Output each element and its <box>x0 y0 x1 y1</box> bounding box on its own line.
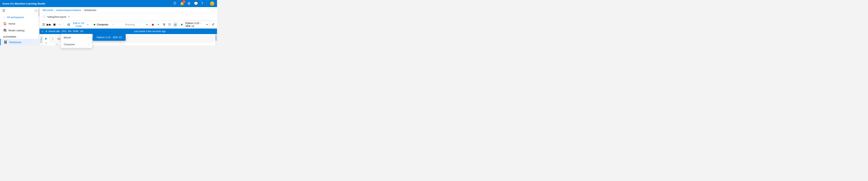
compute-name: - <box>113 23 113 26</box>
execution-count: [1] <box>56 43 58 45</box>
breadcrumb: Microsoft › amlworkspacemidesa › Noteboo… <box>39 7 217 13</box>
notebooks-label: Notebooks <box>9 41 21 44</box>
sidebar-top: ☰ <box>0 7 39 14</box>
tab-file-icon: 📄 <box>42 15 45 18</box>
kernel-settings-btn[interactable]: ⊟ <box>173 22 178 27</box>
save-cell-btn[interactable]: 🖫 <box>161 22 166 27</box>
cell-expand-btn[interactable]: ▼ <box>44 41 48 45</box>
run-cell-btn[interactable]: ▶ <box>44 36 48 41</box>
compute-dropdown-chevron: ▾ <box>146 23 148 26</box>
settings-icon[interactable]: ⚙ <box>187 1 191 6</box>
toolbar: ☰ ▶▶ ⏹ ··· Edit in VS Code ▾ Compute: <box>39 21 217 29</box>
more-btn[interactable]: ··· <box>57 22 63 27</box>
toolbar-divider-3 <box>179 23 180 27</box>
tab-close-btn[interactable]: ✕ <box>68 15 70 18</box>
breadcrumb-microsoft[interactable]: Microsoft <box>42 9 53 12</box>
compute-label: Compute: <box>97 23 109 26</box>
notifications-icon[interactable]: 🔔 3 <box>180 1 184 6</box>
consume-menu-item[interactable]: Consume › <box>61 41 92 45</box>
feedback-icon[interactable]: 💬 <box>194 1 198 6</box>
collapse-left-btn[interactable]: » <box>42 30 43 33</box>
compute-dropdown[interactable]: - Running ▾ <box>110 22 150 27</box>
files-sidebar: Files <box>39 34 43 45</box>
python-kernel-dropdown[interactable]: Python 3.10 - SDK v2 ▾ <box>183 21 210 29</box>
python-kernel-label: Python 3.10 - SDK v2 <box>185 22 205 28</box>
restart-kernel-btn[interactable]: ↺ <box>211 22 215 27</box>
consume-label: Consume <box>64 43 75 45</box>
model-catalog-icon: 📚 <box>3 29 7 32</box>
cpu-label: CPU <box>61 30 66 33</box>
toolbar-right: ⏹ ＋ 🖫 ⿻ ⊟ Python 3.10 - SDK v2 ▾ ↺ <box>150 21 215 29</box>
status-bar: » Kernel idle CPU 0% RAM 1% Last saved a… <box>39 29 217 34</box>
mount-chevron-icon: › <box>89 36 89 39</box>
help-icon[interactable]: ? <box>201 2 203 6</box>
cpu-value: 0% <box>68 30 71 33</box>
breadcrumb-workspace[interactable]: amlworkspacemidesa <box>56 9 81 12</box>
sidebar-scrollbar-thumb <box>38 9 39 16</box>
notification-badge: 3 <box>182 0 185 3</box>
model-catalog-label: Model catalog <box>8 29 25 32</box>
back-nav[interactable]: ← All workspaces <box>0 14 39 20</box>
right-scrollbar-thumb <box>215 35 217 41</box>
sidebar-item-model-catalog[interactable]: 📚 Model catalog <box>0 27 39 34</box>
header-right: ⏱ 🔔 3 ⚙ 💬 ? 😊 <box>173 1 215 6</box>
vs-code-icon <box>67 23 70 26</box>
interrupt-kernel-btn[interactable]: ⏹ <box>150 22 155 27</box>
sidebar-scrollbar[interactable] <box>38 7 39 45</box>
consume-chevron-icon: › <box>89 43 89 45</box>
run-all-btn[interactable]: ▶▶ <box>46 22 52 27</box>
breadcrumb-sep-1: › <box>54 9 55 12</box>
notebooks-icon: 📓 <box>4 40 7 44</box>
sidebar: ☰ › ← All workspaces 🏠 Home 📚 Model cata… <box>0 7 39 45</box>
kernel-status: Kernel idle <box>49 30 60 33</box>
authoring-section-title: Authoring <box>0 34 39 39</box>
mount-menu-item[interactable]: Mount › <box>61 34 92 41</box>
python-submenu[interactable]: Python 3.10 - SDK V2 <box>93 34 126 41</box>
header-divider <box>206 2 207 5</box>
home-label: Home <box>8 22 16 25</box>
tab-notebook[interactable]: 📄 *adlsg2test.ipynb ✕ <box>39 13 73 21</box>
collapse-sidebar-btn[interactable]: › <box>34 9 38 12</box>
history-icon[interactable]: ⏱ <box>173 2 177 6</box>
back-nav-label: All workspaces <box>7 16 24 19</box>
edit-vs-code-btn[interactable]: Edit in VS Code ▾ <box>65 21 90 28</box>
kernel-status-dot <box>45 31 47 32</box>
mount-label: Mount <box>64 36 71 39</box>
python-status-dot <box>181 24 183 26</box>
toolbar-divider-1 <box>64 23 64 27</box>
breadcrumb-sep-2: › <box>82 9 83 12</box>
compute-status: Running <box>115 23 145 26</box>
files-label: Files <box>40 37 42 42</box>
ram-label: RAM <box>73 30 78 33</box>
compute-section: Compute: - Running ▾ <box>94 22 150 27</box>
add-cell-btn[interactable]: ＋ <box>156 22 161 27</box>
home-icon: 🏠 <box>3 22 7 26</box>
kernel-dropdown-menu: Mount › Consume › <box>61 34 92 45</box>
tab-bar: 📄 *adlsg2test.ipynb ✕ <box>39 13 217 21</box>
python-kernel-chevron: ▾ <box>207 24 208 26</box>
header-bar: Azure AI | Machine Learning Studio ⏱ 🔔 3… <box>0 0 217 7</box>
app-title: Azure AI | Machine Learning Studio <box>2 2 45 5</box>
profile-icon[interactable]: 😊 <box>210 1 215 6</box>
stop-btn[interactable]: ⏹ <box>52 22 57 27</box>
edit-vs-code-chevron: ▾ <box>87 24 88 26</box>
line-number: 1 <box>52 37 54 40</box>
edit-vs-code-label: Edit in VS Code <box>71 22 86 28</box>
sidebar-item-notebooks[interactable]: 📓 Notebooks <box>0 39 39 45</box>
copy-cell-btn[interactable]: ⿻ <box>167 22 172 27</box>
right-scrollbar[interactable] <box>215 34 217 45</box>
hamburger-icon[interactable]: ☰ <box>2 9 5 12</box>
python-submenu-label: Python 3.10 - SDK V2 <box>97 36 122 39</box>
ram-value: 1% <box>80 30 83 33</box>
tab-label: *adlsg2test.ipynb <box>47 15 66 18</box>
compute-status-dot <box>94 24 95 26</box>
cell-controls: ▶ ▼ <box>43 36 49 45</box>
save-status: Last saved a few seconds ago <box>85 30 215 33</box>
menu-btn[interactable]: ☰ <box>41 22 46 27</box>
back-arrow-icon: ← <box>3 16 6 19</box>
header-left: Azure AI | Machine Learning Studio <box>2 2 45 5</box>
breadcrumb-notebooks: Notebooks <box>84 9 96 12</box>
sidebar-item-home[interactable]: 🏠 Home <box>0 20 39 27</box>
